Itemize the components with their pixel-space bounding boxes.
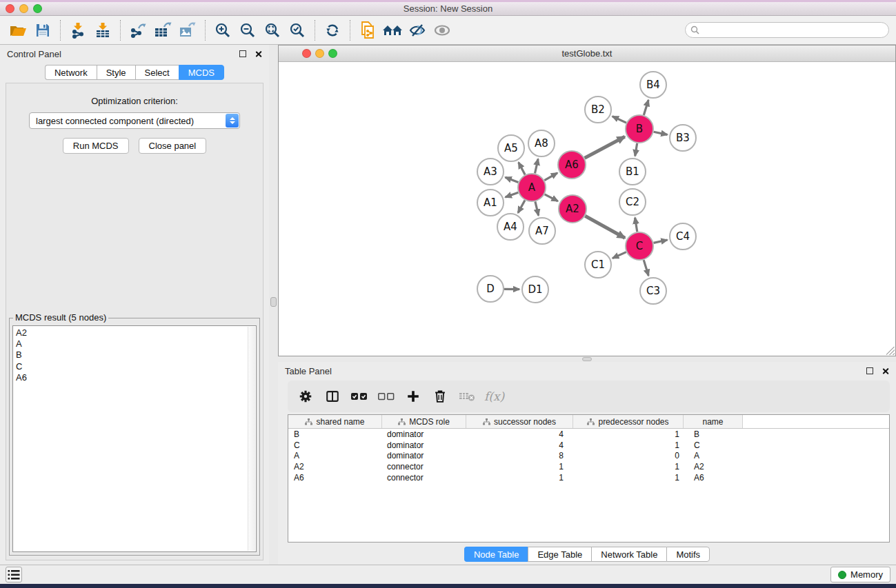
select-all-icon[interactable] <box>350 386 368 407</box>
refresh-layout-icon[interactable] <box>320 19 345 42</box>
column-view-icon[interactable] <box>323 386 341 407</box>
cell-shared-name[interactable]: C <box>288 440 382 450</box>
minimize-frame-button[interactable] <box>315 49 324 58</box>
graph-edge-A-A1[interactable] <box>506 192 519 197</box>
list-item[interactable]: C <box>13 361 256 372</box>
graph-edge-C-C4[interactable] <box>654 240 668 243</box>
float-panel-icon[interactable] <box>866 367 873 374</box>
run-mcds-button[interactable]: Run MCDS <box>63 138 129 154</box>
cell-predecessor-nodes[interactable]: 1 <box>573 473 684 483</box>
settings-gear-icon[interactable] <box>296 386 315 407</box>
cell-shared-name[interactable]: B <box>288 429 382 439</box>
cell-predecessor-nodes[interactable]: 0 <box>573 451 684 460</box>
graph-edge-C-C1[interactable] <box>613 252 626 258</box>
tab-mcds[interactable]: MCDS <box>179 65 224 80</box>
optimization-criterion-select[interactable]: largest connected component (directed) <box>29 112 240 129</box>
zoom-window-button[interactable] <box>33 4 42 13</box>
cell-shared-name[interactable]: A6 <box>288 473 382 483</box>
tab-select[interactable]: Select <box>135 65 179 80</box>
mcds-result-list[interactable]: A2 A B C A6 <box>12 325 257 552</box>
graph-node-D1[interactable]: D1 <box>522 276 548 303</box>
column-header-name[interactable]: name <box>684 415 743 428</box>
import-table-icon[interactable] <box>90 19 115 42</box>
close-panel-button[interactable]: Close panel <box>139 138 207 154</box>
import-network-icon[interactable] <box>66 19 90 42</box>
cell-predecessor-nodes[interactable]: 1 <box>573 462 684 472</box>
graph-node-D[interactable]: D <box>477 276 504 302</box>
cell-predecessor-nodes[interactable]: 1 <box>573 429 684 439</box>
graph-node-A4[interactable]: A4 <box>497 214 524 240</box>
graph-node-A1[interactable]: A1 <box>477 190 504 216</box>
graph-edge-A-A7[interactable] <box>535 201 539 215</box>
resize-grip-icon[interactable] <box>886 347 895 355</box>
list-item[interactable]: B <box>13 349 256 361</box>
table-row[interactable]: A2 connector 1 1 A2 <box>288 461 889 472</box>
graph-edge-C-C3[interactable] <box>644 260 648 276</box>
zoom-out-icon[interactable] <box>235 19 260 42</box>
zoom-fit-icon[interactable] <box>260 19 285 42</box>
graph-edge-A-A5[interactable] <box>519 162 526 174</box>
add-column-icon[interactable] <box>404 386 422 407</box>
window-titlebar[interactable]: Session: New Session <box>0 2 896 16</box>
split-divider-horizontal[interactable] <box>278 356 896 362</box>
graph-node-A5[interactable]: A5 <box>498 135 524 161</box>
graph-node-A[interactable]: A <box>518 174 546 201</box>
cell-name[interactable]: B <box>684 429 743 439</box>
cell-successor-nodes[interactable]: 1 <box>466 462 573 472</box>
graph-node-C4[interactable]: C4 <box>670 223 696 250</box>
export-image-icon[interactable] <box>175 19 200 42</box>
cell-name[interactable]: A2 <box>684 462 743 472</box>
cell-successor-nodes[interactable]: 8 <box>466 451 573 460</box>
graph-node-A3[interactable]: A3 <box>477 159 504 185</box>
cell-name[interactable]: A6 <box>684 473 743 483</box>
graph-edge-A-A6[interactable] <box>544 173 557 181</box>
export-table-icon[interactable] <box>150 19 175 42</box>
show-hide-graphics-icon[interactable] <box>405 19 430 42</box>
cell-mcds-role[interactable]: dominator <box>382 429 466 439</box>
graph-node-A7[interactable]: A7 <box>529 218 555 244</box>
graph-node-C[interactable]: C <box>626 232 653 260</box>
graph-edge-C-C2[interactable] <box>635 218 637 232</box>
cell-predecessor-nodes[interactable]: 1 <box>573 440 684 450</box>
network-frame-titlebar[interactable]: testGlobe.txt <box>279 45 895 62</box>
deselect-all-icon[interactable] <box>377 386 395 407</box>
save-session-icon[interactable] <box>30 19 55 42</box>
cell-mcds-role[interactable]: connector <box>382 462 466 472</box>
tab-network[interactable]: Network <box>45 65 97 80</box>
cell-successor-nodes[interactable]: 4 <box>466 440 573 450</box>
clone-network-icon[interactable] <box>355 19 380 42</box>
graph-node-B2[interactable]: B2 <box>585 97 611 123</box>
cell-mcds-role[interactable]: connector <box>382 473 466 483</box>
graph-edge-A2-C[interactable] <box>585 216 625 238</box>
graph-edge-A6-B[interactable] <box>585 136 625 158</box>
zoom-frame-button[interactable] <box>328 49 337 58</box>
graph-node-A6[interactable]: A6 <box>558 151 586 179</box>
graph-node-A2[interactable]: A2 <box>559 195 586 223</box>
tab-node-table[interactable]: Node Table <box>464 547 528 562</box>
table-row[interactable]: B dominator 4 1 B <box>288 429 889 440</box>
cell-mcds-role[interactable]: dominator <box>382 440 466 450</box>
cell-name[interactable]: C <box>684 440 743 450</box>
table-row[interactable]: A dominator 8 0 A <box>288 450 889 461</box>
divider-handle[interactable] <box>582 357 592 361</box>
task-history-button[interactable] <box>6 567 22 582</box>
minimize-window-button[interactable] <box>19 4 28 13</box>
tab-network-table[interactable]: Network Table <box>591 547 666 562</box>
graph-node-B1[interactable]: B1 <box>619 159 646 185</box>
close-frame-button[interactable] <box>302 49 311 58</box>
list-item[interactable]: A2 <box>13 327 256 338</box>
cell-mcds-role[interactable]: dominator <box>382 451 466 460</box>
list-item[interactable]: A <box>13 338 256 349</box>
cell-shared-name[interactable]: A2 <box>288 462 382 472</box>
close-panel-icon[interactable] <box>882 367 889 375</box>
graph-edge-B-B1[interactable] <box>635 143 637 156</box>
graph-node-C3[interactable]: C3 <box>640 278 666 304</box>
memory-button[interactable]: Memory <box>830 567 890 582</box>
graph-edge-B-B2[interactable] <box>613 116 626 123</box>
search-box[interactable] <box>685 22 889 38</box>
graph-node-B3[interactable]: B3 <box>670 125 696 151</box>
float-panel-icon[interactable] <box>239 50 246 57</box>
delete-column-icon[interactable] <box>430 386 449 407</box>
graph-edge-A-A8[interactable] <box>535 159 539 174</box>
graph-edge-A-A3[interactable] <box>506 177 519 182</box>
